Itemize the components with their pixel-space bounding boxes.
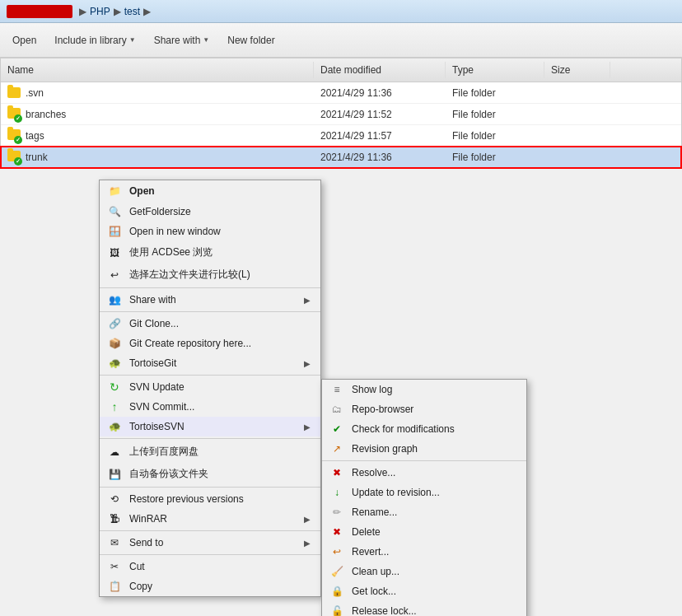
tortoisesvn-submenu: ≡ Show log 🗂 Repo-browser ✔ Check for mo… [321,379,527,616]
separator [100,530,320,531]
ctx-getfoldersize[interactable]: 🔍 GetFoldersize [100,202,320,222]
ctx-backup[interactable]: 💾 自动备份该文件夹 [100,463,320,485]
ctx-sendto[interactable]: ✉ Send to ▶ [100,533,320,553]
breadcrumb-test[interactable]: test [124,6,140,17]
baidu-icon: ☁ [106,446,123,459]
ctx-tortoisegit[interactable]: 🐢 TortoiseGit ▶ [100,353,320,373]
ctx-git-clone[interactable]: 🔗 Git Clone... [100,314,320,334]
getfoldersize-icon: 🔍 [106,205,123,218]
ctx-git-create[interactable]: 📦 Git Create repository here... [100,334,320,353]
ctx-svn-update[interactable]: ↻ SVN Update [100,377,320,397]
table-row-trunk[interactable]: ✓ trunk 2021/4/29 11:36 File folder [1,147,681,168]
acdsee-icon: 🖼 [106,246,123,259]
file-type: File folder [446,128,544,144]
include-in-library-button[interactable]: Include in library ▼ [47,30,142,50]
file-date: 2021/4/29 11:57 [314,128,446,144]
file-size [544,155,610,160]
sub-revert[interactable]: ↩ Revert... [322,542,526,562]
file-name: trunk [26,152,48,163]
share-with-button[interactable]: Share with ▼ [147,30,217,50]
file-name-cell: .svn [1,84,314,102]
ctx-open-new-window[interactable]: 🪟 Open in new window [100,222,320,241]
breadcrumb-php[interactable]: PHP [90,6,110,17]
share-icon: 👥 [106,293,123,306]
update-revision-icon: ↓ [329,486,345,499]
new-folder-button[interactable]: New folder [220,30,282,50]
git-clone-icon: 🔗 [106,317,123,330]
repo-browser-icon: 🗂 [329,403,345,416]
sub-show-log[interactable]: ≡ Show log [322,380,526,399]
file-type: File folder [446,149,544,166]
ctx-compare[interactable]: ↩ 选择左边文件夹进行比较(L) [100,264,320,286]
open-button[interactable]: Open [5,30,44,50]
open-ctx-icon: 📁 [106,184,123,198]
copy-icon: 📋 [106,580,123,593]
restore-icon: ⟲ [106,492,123,506]
share-with-arrow: ▼ [203,36,209,44]
ctx-open[interactable]: 📁 Open [100,180,320,202]
ctx-svn-commit[interactable]: ↑ SVN Commit... [100,397,320,417]
separator [100,438,320,439]
tortoisegit-icon: 🐢 [106,357,123,370]
sendto-icon: ✉ [106,536,123,549]
separator [322,460,526,461]
ctx-baidu[interactable]: ☁ 上传到百度网盘 [100,441,320,463]
sub-get-lock[interactable]: 🔒 Get lock... [322,581,526,601]
redacted-address [7,5,72,18]
rename-icon: ✏ [329,506,345,519]
submenu-arrow: ▶ [304,296,311,305]
top-bar: ▶ PHP ▶ test ▶ [0,0,682,23]
file-size [544,133,610,138]
svn-commit-icon: ↑ [106,400,123,413]
svn-overlay: ✓ [14,114,22,123]
sub-repo-browser[interactable]: 🗂 Repo-browser [322,399,526,419]
show-log-icon: ≡ [329,383,345,396]
sub-cleanup[interactable]: 🧹 Clean up... [322,562,526,581]
table-row[interactable]: .svn 2021/4/29 11:36 File folder [1,82,681,104]
ctx-share-with[interactable]: 👥 Share with ▶ [100,290,320,310]
ctx-restore[interactable]: ⟲ Restore previous versions [100,489,320,509]
sub-check-modifications[interactable]: ✔ Check for modifications [322,419,526,439]
file-list-header: Name Date modified Type Size [1,58,681,82]
table-row[interactable]: ✓ tags 2021/4/29 11:57 File folder [1,125,681,147]
file-name: tags [26,130,44,142]
table-row[interactable]: ✓ branches 2021/4/29 11:52 File folder [1,104,681,125]
sub-rename[interactable]: ✏ Rename... [322,502,526,522]
col-size: Size [544,62,610,78]
tortoisesvn-icon: 🐢 [106,420,123,433]
ctx-cut[interactable]: ✂ Cut [100,557,320,576]
sub-release-lock[interactable]: 🔓 Release lock... [322,601,526,616]
folder-svn-icon: ✓ [7,151,21,164]
include-library-arrow: ▼ [129,36,136,44]
file-type: File folder [446,106,544,123]
svn-overlay: ✓ [14,157,22,166]
sub-update-revision[interactable]: ↓ Update to revision... [322,483,526,502]
file-name: branches [26,109,66,120]
file-date: 2021/4/29 11:36 [314,85,446,101]
tortoisegit-arrow: ▶ [304,359,311,368]
file-size [544,91,610,96]
folder-svn-icon: ✓ [7,108,21,121]
file-name-cell: ✓ tags [1,127,314,145]
cut-icon: ✂ [106,560,123,573]
svn-overlay: ✓ [14,136,22,144]
separator [100,487,320,488]
ctx-acdsee[interactable]: 🖼 使用 ACDSee 浏览 [100,241,320,264]
separator [100,554,320,555]
sub-resolve[interactable]: ✖ Resolve... [322,463,526,483]
ctx-tortoisesvn[interactable]: 🐢 TortoiseSVN ▶ [100,417,320,436]
backup-icon: 💾 [106,468,123,481]
separator [100,311,320,312]
ctx-copy[interactable]: 📋 Copy [100,576,320,596]
revert-icon: ↩ [329,545,345,558]
ctx-winrar[interactable]: 🗜 WinRAR ▶ [100,509,320,529]
folder-icon [7,86,21,100]
file-list: Name Date modified Type Size .svn 2021/4… [0,58,682,169]
file-name-cell: ✓ branches [1,105,314,124]
toolbar: Open Include in library ▼ Share with ▼ N… [0,23,682,58]
tortoisesvn-arrow: ▶ [304,422,311,432]
file-name-cell: ✓ trunk [1,148,314,166]
sub-revision-graph[interactable]: ↗ Revision graph [322,439,526,459]
file-size [544,112,610,117]
sub-delete[interactable]: ✖ Delete [322,522,526,542]
